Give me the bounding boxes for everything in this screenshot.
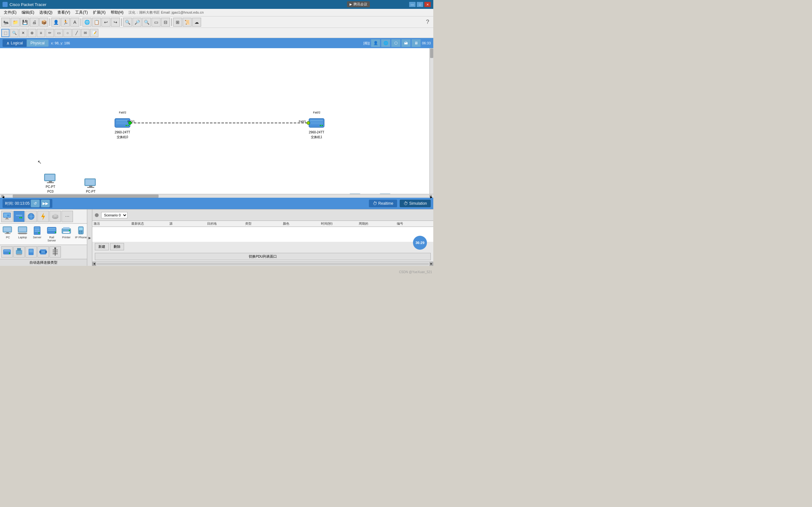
cat-clouds[interactable]: [49, 211, 61, 222]
menu-help[interactable]: 帮助(H): [108, 9, 126, 16]
delete-btn[interactable]: ✕: [19, 29, 27, 37]
zoom-fit-btn[interactable]: 🔎: [133, 18, 142, 26]
action-buttons: 新建 删除: [92, 242, 433, 251]
delete-scenario-btn[interactable]: 删除: [110, 243, 124, 250]
open-btn[interactable]: 📁: [11, 18, 20, 26]
devtype-printer[interactable]: Printer: [60, 225, 73, 243]
list-btn[interactable]: ≡: [37, 29, 45, 37]
nav-btn5[interactable]: 🖥: [412, 39, 420, 47]
vscroll-thumb[interactable]: [430, 49, 433, 58]
switch1-icon[interactable]: [308, 117, 325, 129]
physical-tab[interactable]: Physical: [27, 40, 49, 47]
save-btn[interactable]: 💾: [20, 18, 29, 26]
cat-enddevices[interactable]: [1, 211, 13, 222]
resize-btn[interactable]: ⊕: [28, 29, 36, 37]
new-btn[interactable]: 🐜: [1, 18, 10, 26]
scenario-select[interactable]: Scenario 0: [101, 212, 128, 218]
scroll-btn[interactable]: 📜: [183, 18, 192, 26]
svg-rect-59: [48, 228, 55, 229]
redo-btn[interactable]: ↪: [111, 18, 120, 26]
ellipse-btn[interactable]: ○: [63, 29, 72, 37]
cat-routers[interactable]: [26, 211, 37, 222]
simulation-btn[interactable]: ⏱ Simulation: [400, 200, 431, 207]
pc0-name: PC0: [47, 189, 53, 193]
pc2-icon[interactable]: [84, 178, 97, 189]
devtype-ipphone[interactable]: IP Phone: [74, 225, 87, 243]
line-btn[interactable]: ╱: [72, 29, 81, 37]
switch0-icon[interactable]: [114, 117, 131, 129]
logical-tab[interactable]: ∧ Logical: [3, 39, 27, 47]
nav-btn1[interactable]: 👤: [371, 39, 380, 47]
switch1-device[interactable]: Fa0/2 Fa0/1 2960-24TT 交换机1: [308, 117, 325, 139]
vertical-scrollbar[interactable]: [429, 48, 433, 194]
cat-lightning[interactable]: [38, 211, 49, 222]
pc0-device[interactable]: PC-PT PC0: [44, 173, 57, 193]
cloud-btn[interactable]: ☁: [192, 18, 201, 26]
right-hscroll-track[interactable]: [97, 263, 429, 265]
svg-rect-97: [45, 250, 47, 253]
maximize-button[interactable]: □: [417, 2, 423, 7]
nav-btn4[interactable]: 🏔: [402, 39, 410, 47]
print-btn[interactable]: 🖨: [30, 18, 39, 26]
zoom-in-btn[interactable]: 🔍: [123, 18, 132, 26]
cat-bottom4[interactable]: [38, 246, 49, 258]
devtype-railserver[interactable]: Rail Server: [45, 225, 58, 243]
new-scenario-btn[interactable]: 新建: [95, 243, 109, 250]
nav-btn2[interactable]: 🌐: [381, 39, 390, 47]
replay-btn[interactable]: ↺: [31, 200, 40, 207]
hscroll-thumb[interactable]: [13, 194, 159, 198]
horizontal-scrollbar[interactable]: ◄ ►: [0, 194, 433, 198]
menu-file[interactable]: 文件(E): [1, 9, 19, 16]
menu-extensions[interactable]: 扩展(X): [90, 9, 108, 16]
pen-btn[interactable]: ✏: [46, 29, 54, 37]
devtype-server[interactable]: Server: [31, 225, 44, 243]
note-btn[interactable]: 📝: [90, 29, 98, 37]
rect-btn[interactable]: ▭: [152, 18, 160, 26]
svg-rect-49: [6, 232, 9, 233]
fastforward-btn[interactable]: ▶▶: [41, 200, 50, 207]
undo-btn[interactable]: ↩: [101, 18, 110, 26]
app-icon: [3, 2, 8, 7]
realtime-btn[interactable]: ⏱ Realtime: [369, 200, 397, 207]
activity2-btn[interactable]: 🏃: [61, 18, 70, 26]
hscroll-right[interactable]: ►: [429, 195, 432, 198]
right-hscroll-left[interactable]: ◄: [92, 262, 96, 266]
search-btn[interactable]: 🔍: [10, 29, 18, 37]
menu-tools[interactable]: 工具(T): [72, 9, 90, 16]
activity-btn[interactable]: 👤: [51, 18, 60, 26]
cat-bottom5[interactable]: [49, 246, 61, 258]
text-btn[interactable]: A: [70, 18, 79, 26]
svg-point-39: [19, 217, 20, 218]
hscroll-left[interactable]: ◄: [1, 195, 4, 198]
pdu-btn[interactable]: 切换PDU列表面口: [95, 253, 431, 260]
help-btn[interactable]: ?: [423, 18, 432, 26]
rect-draw-btn[interactable]: ▭: [55, 29, 63, 37]
minimize-button[interactable]: —: [409, 2, 415, 7]
cat-switches[interactable]: [13, 211, 25, 222]
nav-btn3[interactable]: ⬡: [392, 39, 400, 47]
zoom-out-btn[interactable]: 🔍: [142, 18, 151, 26]
devtype-laptop[interactable]: Laptop: [16, 225, 29, 243]
menu-view[interactable]: 查看(V): [55, 9, 72, 16]
cat-bottom2[interactable]: [13, 246, 25, 258]
pc2-device[interactable]: PC-PT PC2: [84, 178, 97, 194]
menu-edit[interactable]: 编辑(E): [19, 9, 37, 16]
cat-misc[interactable]: ···: [61, 211, 73, 222]
devtype-pc[interactable]: PC: [1, 225, 14, 243]
net-btn[interactable]: 🌐: [83, 18, 91, 26]
pkg-btn[interactable]: 📦: [39, 18, 48, 26]
panel-toggle[interactable]: ▶: [87, 210, 92, 266]
table-btn[interactable]: ⊞: [173, 18, 182, 26]
split-btn[interactable]: ⊟: [161, 18, 170, 26]
cat-bottom1[interactable]: [1, 246, 13, 258]
canvas-area[interactable]: Fa0/2 Fa0/1 2960-24TT 交换机0 Fa0/2 Fa0/1: [0, 48, 433, 194]
cat-bottom3[interactable]: [26, 246, 37, 258]
close-button[interactable]: ✕: [424, 2, 431, 7]
right-hscroll-right[interactable]: ►: [429, 262, 433, 266]
switch0-device[interactable]: Fa0/2 Fa0/1 2960-24TT 交换机0: [114, 117, 131, 139]
menu-options[interactable]: 选项(Q): [37, 9, 55, 16]
pc0-icon[interactable]: [44, 173, 57, 184]
mail-btn[interactable]: ✉: [81, 29, 90, 37]
paste-btn[interactable]: 📋: [92, 18, 101, 26]
select-btn[interactable]: ⬚: [1, 29, 9, 37]
